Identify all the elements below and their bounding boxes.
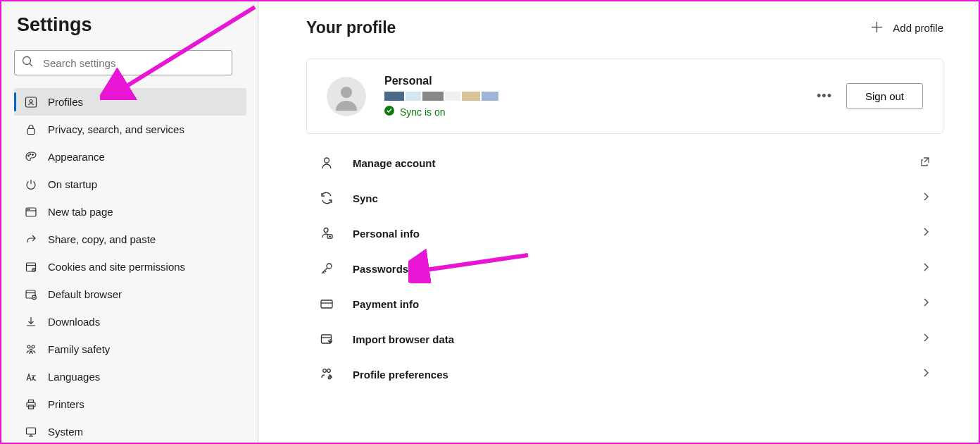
menu-label: Manage account (353, 157, 919, 169)
nav-item-languages[interactable]: Languages (14, 363, 246, 390)
nav-item-defaultbrowser[interactable]: Default browser (14, 280, 246, 308)
nav-item-startup[interactable]: On startup (14, 171, 246, 198)
nav-list: Profiles Privacy, search, and services A… (14, 88, 246, 443)
plus-icon (871, 21, 883, 35)
sync-label: Sync is on (400, 106, 446, 118)
svg-point-41 (327, 369, 331, 373)
menu-item-personal-info[interactable]: Personal info (306, 216, 943, 251)
menu-label: Personal info (353, 228, 921, 240)
svg-rect-24 (27, 428, 36, 434)
signout-button[interactable]: Sign out (846, 83, 923, 109)
nav-label: Printers (48, 398, 84, 410)
svg-point-0 (23, 57, 31, 65)
nav-label: Appearance (48, 151, 105, 163)
nav-item-downloads[interactable]: Downloads (14, 308, 246, 335)
search-input[interactable] (43, 57, 225, 69)
chevron-right-icon (921, 192, 931, 204)
svg-point-32 (324, 228, 328, 233)
search-icon (22, 56, 33, 70)
svg-point-7 (32, 154, 34, 155)
nav-item-cookies[interactable]: Cookies and site permissions (14, 253, 246, 280)
nav-label: Default browser (48, 288, 122, 300)
nav-item-share[interactable]: Share, copy, and paste (14, 226, 246, 253)
chevron-right-icon (921, 262, 931, 275)
menu-label: Payment info (353, 298, 921, 310)
chevron-right-icon (921, 368, 931, 381)
menu-item-manage-account[interactable]: Manage account (306, 145, 943, 180)
svg-point-6 (30, 154, 31, 155)
family-icon (24, 343, 38, 357)
menu-item-payment[interactable]: Payment info (306, 286, 943, 321)
svg-point-18 (27, 345, 30, 348)
svg-point-19 (32, 345, 34, 348)
menu-item-import[interactable]: Import browser data (306, 321, 943, 357)
nav-label: Cookies and site permissions (48, 261, 185, 273)
share-icon (24, 233, 38, 247)
svg-point-11 (29, 209, 30, 209)
nav-label: Privacy, search, and services (48, 123, 184, 135)
svg-rect-21 (27, 402, 35, 407)
nav-item-printers[interactable]: Printers (14, 390, 246, 418)
nav-item-system[interactable]: System (14, 418, 246, 443)
nav-label: Downloads (48, 316, 100, 328)
nav-item-profiles[interactable]: Profiles (14, 88, 246, 116)
menu-label: Passwords (353, 263, 921, 275)
key-icon (319, 261, 334, 276)
settings-title: Settings (17, 14, 246, 36)
search-box[interactable] (14, 50, 232, 75)
nav-label: Profiles (48, 96, 83, 108)
newtab-icon (24, 205, 38, 219)
page-title: Your profile (306, 18, 396, 37)
svg-point-29 (341, 87, 352, 98)
chevron-right-icon (921, 297, 931, 310)
nav-label: Share, copy, and paste (48, 233, 156, 245)
personal-info-icon (319, 226, 334, 241)
person-icon (319, 155, 334, 171)
check-circle-icon (384, 106, 394, 118)
nav-item-appearance[interactable]: Appearance (14, 143, 246, 171)
external-icon (919, 156, 931, 170)
profile-card: Personal Sync is on ••• Sign out (306, 58, 943, 134)
settings-sidebar: Settings Profiles Privacy, search, and s… (1, 1, 258, 443)
menu-item-sync[interactable]: Sync (306, 180, 943, 216)
nav-label: Family safety (48, 343, 110, 355)
profile-name: Personal (384, 75, 817, 87)
import-icon (319, 331, 334, 347)
svg-point-31 (325, 158, 329, 163)
browser-icon (24, 288, 38, 302)
nav-label: New tab page (48, 206, 113, 218)
card-icon (319, 296, 334, 312)
svg-point-40 (323, 369, 327, 373)
menu-item-passwords[interactable]: Passwords (306, 251, 943, 286)
profile-email-redacted (384, 92, 817, 101)
languages-icon (24, 370, 38, 384)
menu-item-preferences[interactable]: Profile preferences (306, 357, 943, 392)
nav-item-family[interactable]: Family safety (14, 335, 246, 363)
svg-point-5 (28, 155, 30, 156)
svg-point-20 (30, 349, 32, 351)
nav-label: On startup (48, 178, 97, 190)
nav-item-privacy[interactable]: Privacy, search, and services (14, 116, 246, 143)
system-icon (24, 425, 38, 439)
cookies-icon (24, 260, 38, 274)
menu-label: Sync (353, 192, 921, 204)
add-profile-label: Add profile (893, 22, 943, 34)
add-profile-button[interactable]: Add profile (871, 21, 943, 35)
svg-point-35 (327, 264, 332, 269)
avatar (327, 77, 366, 116)
main-content: Your profile Add profile Personal (258, 1, 979, 443)
menu-label: Profile preferences (353, 369, 921, 381)
svg-point-10 (27, 209, 28, 209)
sync-icon (319, 190, 334, 206)
svg-line-1 (30, 63, 32, 66)
nav-item-newtab[interactable]: New tab page (14, 198, 246, 226)
profile-menu-list: Manage account Sync Personal info (306, 145, 943, 392)
main-header: Your profile Add profile (306, 18, 943, 37)
download-icon (24, 315, 38, 329)
power-icon (24, 178, 38, 192)
more-button[interactable]: ••• (817, 89, 832, 104)
profiles-icon (24, 95, 38, 109)
lock-icon (24, 123, 38, 137)
nav-label: Languages (48, 371, 100, 383)
preferences-icon (319, 366, 334, 382)
